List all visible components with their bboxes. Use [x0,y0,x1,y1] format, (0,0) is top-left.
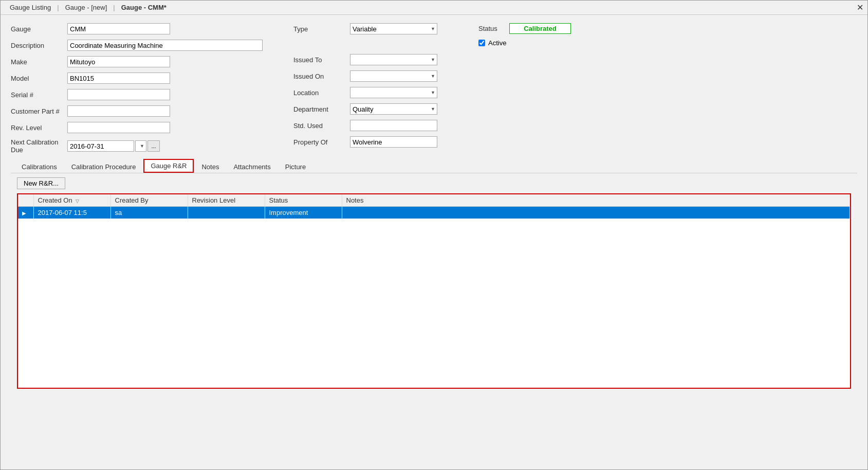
title-bar: Gauge Listing | Gauge - [new] | Gauge - … [1,1,867,15]
active-label: Active [488,39,506,47]
col-status[interactable]: Status [265,194,342,207]
next-cal-label: Next Calibration Due [11,138,67,154]
make-label: Make [11,58,67,66]
rr-table-container: Created On ▽ Created By Revision Level S… [17,193,851,389]
row-arrow-cell: ▶ [18,207,33,219]
property-of-label: Property Of [293,138,350,146]
issued-to-select-wrapper [350,54,437,65]
serial-label: Serial # [11,91,67,99]
close-button[interactable]: ✕ [857,3,863,12]
issued-to-select[interactable] [350,54,437,65]
col-created-on[interactable]: Created On ▽ [33,194,110,207]
std-used-field-row: Std. Used [293,120,437,131]
customer-part-field-row: Customer Part # [11,105,263,117]
row-revision-level [188,207,265,219]
next-cal-field-row: Next Calibration Due ... [11,138,263,154]
rr-table: Created On ▽ Created By Revision Level S… [18,194,850,219]
description-field-row: Description [11,40,263,51]
department-field-row: Department Quality [293,103,437,115]
new-rr-button[interactable]: New R&R... [17,177,65,189]
table-row[interactable]: ▶ 2017-06-07 11:5 sa Improvement [18,207,850,219]
status-field-row: Status Calibrated [478,23,571,34]
type-select[interactable]: Variable [350,23,437,34]
status-label: Status [478,25,509,32]
issued-on-select[interactable] [350,70,437,82]
date-picker-button[interactable]: ... [147,140,160,152]
property-of-input[interactable] [350,136,437,148]
row-status: Improvement [265,207,342,219]
customer-part-input[interactable] [67,105,170,117]
tab-toolbar: New R&R... [11,173,857,193]
status-value: Calibrated [509,23,571,34]
row-notes [342,207,850,219]
form-grid: Gauge Description Make Model Serial # [11,23,857,159]
issued-on-select-wrapper [350,70,437,82]
issued-on-field-row: Issued On [293,70,437,82]
tab-gauge-listing[interactable]: Gauge Listing [5,3,56,12]
form-col2: Type Variable Issued To [283,23,437,159]
rev-level-input[interactable] [67,122,170,133]
tab-gauge-rr[interactable]: Gauge R&R [143,159,194,173]
tab-calibrations[interactable]: Calibrations [15,160,64,173]
description-input[interactable] [67,40,263,51]
gauge-field-row: Gauge [11,23,263,34]
tab-attachments[interactable]: Attachments [227,160,277,173]
std-used-input[interactable] [350,120,437,131]
description-label: Description [11,42,67,49]
tab-gauge-new[interactable]: Gauge - [new] [60,3,113,12]
form-content: Gauge Description Make Model Serial # [1,15,867,397]
model-label: Model [11,75,67,82]
std-used-label: Std. Used [293,122,350,130]
make-input[interactable] [67,56,170,67]
date-dropdown[interactable] [135,140,146,152]
serial-field-row: Serial # [11,89,263,100]
issued-to-label: Issued To [293,56,350,64]
date-field: ... [67,140,160,152]
active-checkbox[interactable] [478,40,485,46]
active-checkbox-row: Active [478,39,571,47]
tabs-bar: Calibrations Calibration Procedure Gauge… [11,159,857,173]
serial-input[interactable] [67,89,170,100]
location-select[interactable] [350,87,437,98]
issued-on-label: Issued On [293,73,350,80]
tab-picture[interactable]: Picture [279,160,312,173]
type-field-row: Type Variable [293,23,437,34]
location-field-row: Location [293,87,437,98]
property-of-field-row: Property Of [293,136,437,148]
type-select-wrapper: Variable [350,23,437,34]
gauge-input[interactable] [67,23,170,34]
customer-part-label: Customer Part # [11,107,67,115]
location-select-wrapper [350,87,437,98]
model-input[interactable] [67,73,170,84]
model-field-row: Model [11,73,263,84]
next-cal-input[interactable] [67,140,134,152]
tab-notes[interactable]: Notes [195,160,226,173]
table-header: Created On ▽ Created By Revision Level S… [18,194,850,207]
department-label: Department [293,105,350,113]
gauge-label: Gauge [11,25,67,33]
rev-level-field-row: Rev. Level [11,122,263,133]
form-col3: Status Calibrated Active [468,23,571,159]
table-header-row: Created On ▽ Created By Revision Level S… [18,194,850,207]
table-body: ▶ 2017-06-07 11:5 sa Improvement [18,207,850,219]
department-select[interactable]: Quality [350,103,437,115]
issued-to-field-row: Issued To [293,54,437,65]
col-revision-level[interactable]: Revision Level [188,194,265,207]
form-col1: Gauge Description Make Model Serial # [11,23,263,159]
tab-gauge-cmm[interactable]: Gauge - CMM* [116,3,172,12]
row-expand-arrow: ▶ [22,210,26,216]
location-label: Location [293,89,350,97]
col-created-by[interactable]: Created By [110,194,188,207]
date-dropdown-wrapper [135,140,146,152]
tab-calibration-procedure[interactable]: Calibration Procedure [65,160,143,173]
rev-level-label: Rev. Level [11,124,67,132]
main-window: Gauge Listing | Gauge - [new] | Gauge - … [0,0,868,470]
department-select-wrapper: Quality [350,103,437,115]
make-field-row: Make [11,56,263,67]
col-notes[interactable]: Notes [342,194,850,207]
col-arrow [18,194,33,207]
row-created-on: 2017-06-07 11:5 [33,207,110,219]
row-created-by: sa [110,207,188,219]
sort-icon-created-on: ▽ [76,198,79,204]
type-label: Type [293,25,350,33]
